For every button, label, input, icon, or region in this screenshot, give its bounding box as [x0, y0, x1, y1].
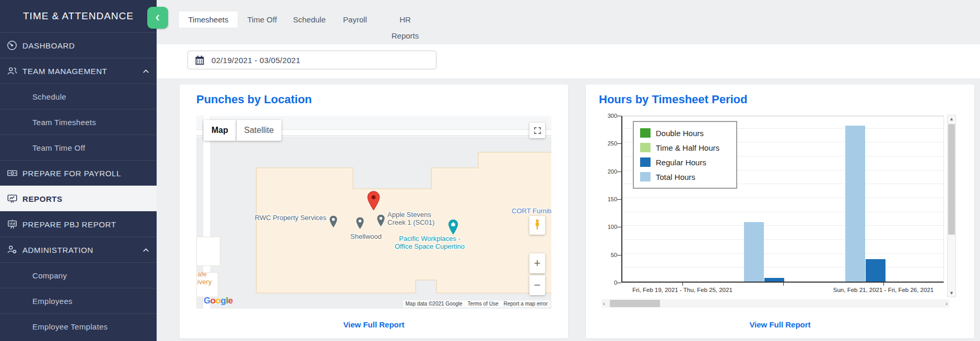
gridline	[622, 239, 943, 240]
view-full-report-link[interactable]: View Full Report	[586, 320, 974, 329]
bar-regular-hours	[764, 278, 784, 282]
y-axis-tick-mark	[617, 143, 621, 144]
vertical-scroll-thumb[interactable]	[948, 124, 955, 235]
tab-schedule[interactable]: Schedule	[292, 11, 326, 28]
tab-time-off[interactable]: Time Off	[246, 11, 278, 28]
legend-swatch-double-hours	[640, 128, 651, 138]
scroll-up-arrow[interactable]: ▲	[948, 116, 955, 121]
date-range-value: 02/19/2021 - 03/05/2021	[211, 56, 300, 65]
dashboard-gauge-icon	[5, 39, 19, 52]
sidebar-item-team-timesheets[interactable]: Team Timesheets	[0, 109, 157, 135]
teal-poi-pin-pacific[interactable]	[447, 219, 459, 235]
y-axis-tick-label: 0	[593, 279, 617, 286]
gray-poi-pin-shellwood[interactable]	[356, 216, 364, 230]
tab-payroll[interactable]: Payroll	[343, 11, 367, 28]
chart-legend: Double Hours Time & Half Hours Regular H…	[633, 121, 737, 189]
admin-gear-icon	[5, 243, 19, 256]
x-axis-tick-mark	[783, 283, 784, 286]
card-title: Punches by Location	[196, 93, 312, 106]
poi-label-cort-furniture: CORT Furnitu	[512, 207, 551, 215]
y-axis-tick-mark	[617, 116, 621, 116]
fullscreen-button[interactable]	[529, 123, 545, 138]
scroll-right-arrow[interactable]: ›	[946, 299, 948, 308]
sidebar-collapse-button[interactable]	[147, 7, 168, 29]
vertical-scrollbar[interactable]: ▲ ▼	[947, 115, 956, 297]
team-icon	[5, 65, 19, 77]
y-axis-tick-mark	[617, 227, 621, 227]
legend-item: Double Hours	[640, 127, 730, 139]
bar-total-hours	[845, 126, 865, 282]
view-full-report-link[interactable]: View Full Report	[180, 320, 568, 329]
y-axis-tick-label: 250	[593, 140, 617, 147]
report-map-error-link[interactable]: Report a map error	[504, 301, 548, 307]
gridline	[622, 253, 943, 254]
legend-swatch-regular-hours	[640, 157, 651, 167]
hours-by-timesheet-period-card: Hours by Timesheet Period Double Hours T…	[586, 84, 974, 338]
y-axis-tick-label: 50	[593, 252, 617, 258]
legend-item: Time & Half Hours	[640, 141, 730, 154]
chevron-left-icon	[153, 13, 162, 23]
scroll-left-arrow[interactable]: ‹	[603, 299, 605, 308]
map-type-satellite-button[interactable]: Satellite	[237, 120, 281, 141]
top-tab-bar: Timesheets Time Off Schedule Payroll HR …	[157, 0, 980, 44]
sidebar-item-label: Company	[32, 271, 67, 280]
poi-label-pacific-workplaces: Pacific Workplaces - Office Space Cupert…	[377, 235, 482, 250]
bar-total-hours	[744, 222, 764, 282]
gridline	[622, 198, 943, 198]
y-axis-tick-mark	[617, 199, 621, 200]
y-axis-tick-label: 150	[593, 196, 617, 202]
sidebar-item-label: REPORTS	[22, 194, 63, 203]
punches-by-location-card: Punches by Location RWC Property Service…	[180, 84, 568, 338]
horizontal-scrollbar[interactable]: ‹ ›	[601, 299, 949, 308]
date-range-picker[interactable]: 02/19/2021 - 03/05/2021	[187, 51, 436, 69]
sidebar-item-team-time-off[interactable]: Team Time Off	[0, 135, 157, 160]
sidebar-item-employees[interactable]: Employees	[0, 288, 157, 313]
sidebar-item-dashboard[interactable]: DASHBOARD	[0, 32, 157, 58]
pegman-control[interactable]	[529, 216, 545, 235]
gray-poi-pin-apple[interactable]	[376, 214, 385, 227]
fullscreen-icon	[534, 127, 541, 135]
sidebar-item-employee-templates[interactable]: Employee Templates	[0, 313, 157, 339]
legend-item: Total Hours	[640, 170, 730, 183]
calendar-icon	[194, 55, 205, 66]
sidebar-item-label: Team Timesheets	[32, 118, 96, 127]
app-title: TIME & ATTENDANCE	[0, 0, 157, 32]
x-axis-tick-mark	[883, 283, 884, 286]
sidebar-item-prepare-for-payroll[interactable]: PREPARE FOR PAYROLL	[0, 160, 157, 186]
terms-of-use-link[interactable]: Terms of Use	[468, 301, 499, 307]
y-axis-tick-label: 200	[593, 168, 617, 175]
red-location-pin[interactable]	[367, 190, 381, 211]
map-type-map-button[interactable]: Map	[204, 120, 236, 141]
chevron-up-icon	[142, 67, 150, 77]
horizontal-scroll-thumb[interactable]	[610, 300, 660, 307]
legend-swatch-time-half-hours	[640, 143, 651, 152]
sidebar-item-label: Employees	[32, 297, 73, 306]
bar-regular-hours	[866, 259, 885, 282]
tab-hr-reports[interactable]: HR Reports	[385, 11, 426, 28]
google-map[interactable]: RWC Property Services Shellwood Apple St…	[196, 116, 551, 309]
sidebar-item-label: Employee Templates	[32, 322, 108, 331]
gridline	[622, 225, 943, 226]
sidebar-item-prepare-pbj-report[interactable]: PREPARE PBJ REPORT	[0, 211, 157, 237]
y-axis-tick-mark	[617, 283, 621, 283]
chart-area: Double Hours Time & Half Hours Regular H…	[586, 84, 974, 338]
tab-timesheets[interactable]: Timesheets	[179, 11, 238, 28]
sidebar-item-label: Team Time Off	[32, 143, 85, 152]
map-building-complex	[196, 116, 551, 309]
sidebar-item-reports[interactable]: REPORTS	[0, 186, 157, 211]
sidebar-item-schedule[interactable]: Schedule	[0, 83, 157, 109]
sidebar-item-label: Schedule	[32, 92, 66, 101]
sidebar-item-team-management[interactable]: TEAM MANAGEMENT	[0, 58, 157, 83]
zoom-in-button[interactable]: +	[529, 253, 545, 273]
x-axis-tick-mark	[682, 283, 683, 286]
sidebar-item-company[interactable]: Company	[0, 262, 157, 288]
sidebar-item-administration[interactable]: ADMINISTRATION	[0, 237, 157, 262]
x-axis-category-label: Fri, Feb 19, 2021 - Thu, Feb 25, 2021	[604, 287, 761, 293]
google-logo[interactable]: Google	[204, 296, 233, 306]
y-axis-tick-label: 300	[593, 113, 617, 119]
time-attendance-app: TIME & ATTENDANCE DASHBOARD TEAM MANAGEM…	[0, 0, 980, 341]
zoom-out-button[interactable]: −	[529, 275, 545, 295]
sidebar-item-label: PREPARE FOR PAYROLL	[22, 169, 121, 178]
gray-poi-pin-rwc[interactable]	[329, 215, 338, 228]
legend-item: Regular Hours	[640, 156, 730, 168]
